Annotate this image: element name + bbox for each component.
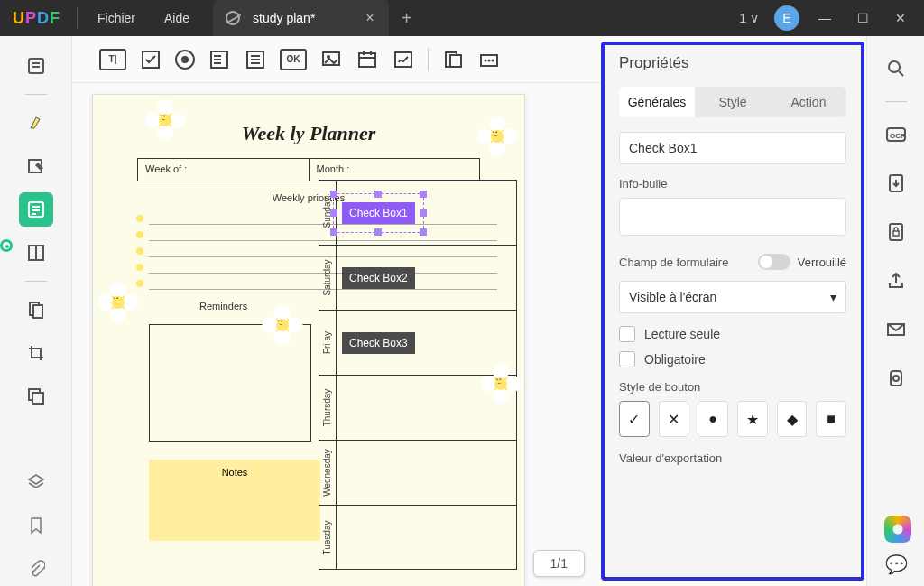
tab-general[interactable]: Générales [619,87,695,117]
crop-icon[interactable] [19,336,53,370]
highlighter-icon[interactable] [19,106,53,140]
locked-toggle[interactable] [758,254,790,270]
chevron-down-icon: ▾ [830,290,836,304]
svg-rect-14 [32,393,43,404]
list-tool[interactable] [244,48,267,71]
align-tool[interactable] [441,48,465,71]
week-month-row: Week of : Month : [137,158,480,181]
svg-point-47 [893,376,899,381]
bookmark-icon[interactable] [19,508,53,543]
form-editor-icon[interactable] [19,192,53,227]
month-label: Month : [310,159,480,181]
style-star-icon[interactable]: ★ [737,401,768,437]
visibility-dropdown[interactable]: Visible à l'écran▾ [619,281,846,313]
convert-icon[interactable] [880,167,912,200]
decor-flower-icon [483,366,519,402]
style-check-icon[interactable]: ✓ [619,401,650,437]
checkbox-icon[interactable] [619,326,635,342]
button-style-label: Style de bouton [619,380,846,394]
form-field-toolbar: T| OK [72,36,601,83]
svg-rect-31 [395,52,411,67]
svg-rect-44 [893,231,899,236]
page-split-icon[interactable] [19,236,53,270]
formfield-label: Champ de formulaire [619,256,728,269]
image-field-tool[interactable] [319,48,343,71]
button-style-selector: ✓ ✕ ● ★ ◆ ■ [619,401,846,437]
decor-flower-icon [147,102,183,138]
form-field-checkbox2[interactable]: Check Box2 [342,267,415,289]
reader-mode-icon[interactable] [19,49,53,83]
attachment-icon[interactable] [19,552,53,586]
menu-help[interactable]: Aide [150,11,204,25]
signature-tool[interactable] [392,48,415,71]
menu-file[interactable]: Fichier [83,11,150,25]
share-icon[interactable] [880,265,912,297]
comment-icon[interactable]: 💬 [885,553,908,575]
svg-rect-12 [33,305,42,318]
svg-rect-33 [450,55,461,67]
tooltip-input[interactable] [619,198,846,236]
svg-rect-43 [890,224,902,240]
pane-collapse-handle[interactable] [0,239,13,252]
page-indicator[interactable]: 1/1 [533,550,585,577]
selection-handles[interactable] [333,193,424,233]
tooltip-label: Info-bulle [619,177,846,191]
history-dropdown[interactable]: 1 ∨ [731,0,767,36]
duplicate-page-icon[interactable] [19,379,53,414]
svg-rect-27 [359,53,375,67]
close-tab-button[interactable]: × [360,10,379,26]
edit-text-icon[interactable] [19,149,53,183]
style-cross-icon[interactable]: ✕ [659,401,689,437]
pdf-page[interactable]: Week ly Planner Week of : Month : Weekly… [92,94,525,586]
brand-badge-icon[interactable] [884,516,911,543]
svg-marker-15 [29,475,43,484]
field-name-input[interactable] [619,132,846,164]
required-checkbox-row[interactable]: Obligatoire [619,351,846,367]
search-icon[interactable] [880,52,912,85]
checkbox-tool[interactable] [139,48,162,71]
ocr-icon[interactable]: OCR [880,118,912,151]
radio-tool[interactable] [175,50,195,70]
style-square-icon[interactable]: ■ [816,401,846,437]
week-label: Week of : [138,159,310,181]
user-avatar[interactable]: E [769,0,805,36]
date-field-tool[interactable] [356,48,379,71]
decor-flower-icon [479,118,515,154]
button-tool[interactable]: OK [280,49,307,70]
form-field-checkbox3[interactable]: Check Box3 [342,332,415,354]
svg-rect-46 [891,371,901,386]
combo-tool[interactable] [208,48,231,71]
new-tab-button[interactable]: + [389,8,425,29]
svg-point-35 [485,59,487,61]
minimize-button[interactable]: — [807,0,843,36]
app-logo: UPDF [13,9,60,28]
document-canvas[interactable]: Week ly Planner Week of : Month : Weekly… [72,83,601,586]
maximize-button[interactable]: ☐ [845,0,881,36]
tab-title: study plan* [247,11,360,25]
readonly-checkbox-row[interactable]: Lecture seule [619,326,846,342]
style-circle-icon[interactable]: ● [698,401,728,437]
batch-icon[interactable] [880,362,912,395]
document-tab[interactable]: study plan* × [213,0,389,36]
organize-pages-icon[interactable] [19,293,53,327]
notes-box: Notes [149,460,320,541]
svg-point-36 [488,59,491,61]
close-window-button[interactable]: ✕ [882,0,919,36]
tab-action[interactable]: Action [771,87,846,117]
more-tools[interactable] [477,48,501,71]
form-field-checkbox1[interactable]: Check Box1 [342,202,415,224]
tab-icon [226,11,240,25]
text-field-tool[interactable]: T| [99,49,126,70]
style-diamond-icon[interactable]: ◆ [777,401,808,437]
decor-flower-icon [100,284,136,321]
properties-panel: Propriétés Générales Style Action Info-b… [601,42,864,581]
export-value-label: Valeur d'exportation [619,451,846,465]
layers-icon[interactable] [19,465,53,499]
svg-marker-3 [31,117,40,128]
checkbox-icon[interactable] [619,351,635,367]
tab-style[interactable]: Style [695,87,771,117]
decor-flower-icon [264,307,300,343]
mail-icon[interactable] [880,313,912,346]
window-titlebar: UPDF Fichier Aide study plan* × + 1 ∨ E … [0,0,924,36]
protect-icon[interactable] [880,216,912,248]
